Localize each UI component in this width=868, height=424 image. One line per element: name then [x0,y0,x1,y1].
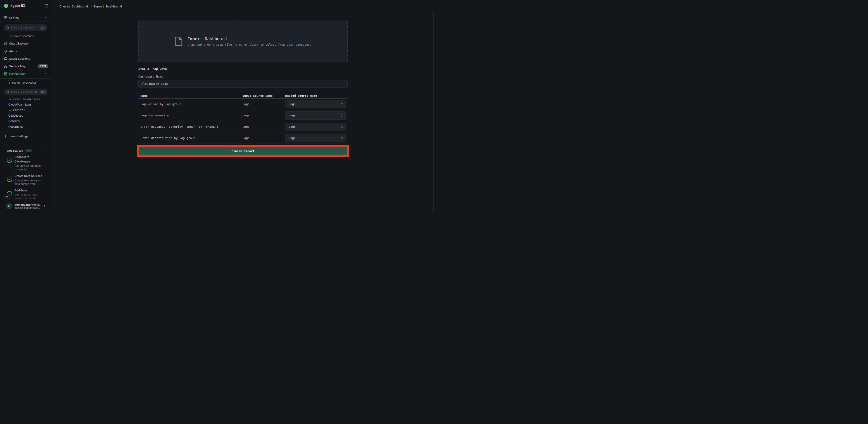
chevron-up-icon[interactable] [42,149,45,152]
task-add-data[interactable]: Add Data Start sending logs, metrics, or… [7,188,45,199]
sidebar-item-service-map[interactable]: Service Map BETA [0,63,52,70]
dropzone-subtitle: Drag and drop a JSON file here, or click… [188,43,312,46]
select-chevrons-icon [341,136,343,140]
sidebar-item-alerts[interactable]: Alerts [0,48,52,55]
search-icon [6,26,9,29]
plus-icon: + [8,81,10,85]
sidebar-item-label: Alerts [9,50,17,53]
chevron-up-icon[interactable] [44,17,47,19]
chart-explorer-icon [4,41,7,45]
search-section-icon [4,16,7,20]
sidebar-item-label: Client Sessions [9,57,30,60]
get-started-title: Get Started [7,149,23,152]
divider [0,78,52,79]
selected-source: Logs [288,102,296,106]
saved-searches-input[interactable]: Saved Searches ⌘K [4,24,48,31]
saved-dashboards-section-header[interactable]: SAVED DASHBOARDS [9,98,50,101]
finish-import-button[interactable]: Finish Import [139,148,347,155]
task-create-data-sources[interactable]: Create Data Sources Configure where your… [7,174,45,186]
beta-badge: BETA [38,64,48,68]
task-description: Set up your database connection [14,164,45,171]
section-label: PRESETS [13,109,25,112]
tile-name: Error messages (severity 'ERROR' or 'FAT… [141,125,243,128]
chevron-up-icon[interactable] [44,72,47,75]
help-button[interactable]: ? [3,194,10,200]
selected-source: Logs [288,114,296,117]
sidebar-item-label: Service Map [9,65,26,68]
selected-source: Logs [288,136,296,140]
sidebar-item-kubernetes[interactable]: Kubernetes [8,125,50,128]
table-header-row: Name Input Source Name Mapped Source Nam… [138,93,348,99]
saved-dashboards-placeholder: Saved Dashboards [11,90,38,93]
user-email: dominic.tran@clickh... [14,206,41,209]
scrollbar[interactable] [433,13,434,212]
selected-source: Logs [288,125,296,128]
create-dashboard-label: Create Dashboard [12,81,36,85]
laptop-icon [4,57,7,60]
check-circle-icon [7,176,12,182]
mapped-source-select[interactable]: Logs [285,111,346,120]
mapped-source-select[interactable]: Logs [285,123,346,131]
step-heading: Step 2: Map Data [138,67,348,70]
sidebar: HyperDX Search Saved Searches ⌘K No save… [0,0,52,212]
avatar: D [6,203,12,209]
sidebar-item-dashboards[interactable]: Dashboards [0,70,52,77]
sidebar-item-search[interactable]: Search [0,14,52,21]
hyperdx-logo-icon [4,3,9,8]
column-header-name: Name [141,94,243,97]
section-label: SAVED DASHBOARDS [13,98,40,101]
mapped-source-select[interactable]: Logs [285,134,346,142]
logo-row: HyperDX [0,2,52,10]
table-row: Error distribution by log group Logs Log… [138,132,348,144]
user-display-name: dominic.tran@clic... [14,203,41,206]
bell-icon [4,49,7,53]
user-menu[interactable]: D dominic.tran@clic... dominic.tran@clic… [4,201,48,211]
sidebar-item-team-settings[interactable]: Team Settings [0,133,52,139]
sidebar-item-label: Team Settings [9,134,29,138]
task-title: Create Data Sources [14,174,42,177]
json-dropzone[interactable]: Import Dashboard Drag and drop a JSON fi… [138,21,348,62]
task-description: Start sending logs, metrics, or traces [14,193,45,199]
chevron-right-icon [43,204,46,208]
get-started-header[interactable]: Get Started 3/3 [7,149,45,152]
column-header-input-source: Input Source Name [243,94,285,97]
breadcrumb: Create Dashboard>Import Dashboard [60,5,122,8]
annotation-highlight: Finish Import [137,145,349,157]
hyperdx-app: HyperDX Search Saved Searches ⌘K No save… [0,0,434,212]
sidebar-item-chart-explorer[interactable]: Chart Explorer [0,40,52,47]
dashboards-icon [4,72,7,76]
gear-icon [4,134,7,138]
no-saved-searches-note: No saved searches [9,35,50,38]
breadcrumb-separator: > [90,5,92,8]
shortcut-badge: ⌘K [40,90,46,94]
sidebar-item-label: Search [9,16,19,20]
chevron-down-icon [9,109,11,112]
sidebar-item-services[interactable]: Services [8,119,50,123]
input-source-name: Logs [243,136,285,140]
app-title: HyperDX [10,4,25,8]
sidebar-item-clickhouse[interactable]: ClickHouse [8,114,50,117]
file-icon [175,37,182,46]
tile-name: Logs by severity [141,114,243,117]
dropzone-title: Import Dashboard [188,36,312,41]
mapped-source-select[interactable]: Logs [285,100,346,108]
select-chevrons-icon [341,102,343,106]
dashboard-name-input[interactable] [138,80,348,88]
presets-section-header[interactable]: PRESETS [9,109,50,112]
top-bar: Create Dashboard>Import Dashboard [52,0,434,13]
check-circle-icon [7,158,12,163]
tile-name: Log volume by log group [141,102,243,106]
column-header-mapped-source: Mapped Source Name [285,94,348,97]
sidebar-item-client-sessions[interactable]: Client Sessions [0,55,52,62]
saved-searches-placeholder: Saved Searches [11,26,34,29]
input-source-name: Logs [243,114,285,117]
collapse-sidebar-icon[interactable] [44,4,49,8]
breadcrumb-create-dashboard[interactable]: Create Dashboard [60,5,88,8]
create-dashboard-button[interactable]: + Create Dashboard [0,79,52,86]
service-map-icon [4,64,7,68]
table-row: Error messages (severity 'ERROR' or 'FAT… [138,121,348,132]
task-description: Configure where your data comes from [14,178,45,186]
saved-dashboards-input[interactable]: Saved Dashboards ⌘K [4,89,48,95]
sidebar-item-cloudwatch-logs[interactable]: CloudWatch Logs [8,103,50,106]
task-connect-clickhouse[interactable]: Connect to ClickHouse Set up your databa… [7,155,45,171]
